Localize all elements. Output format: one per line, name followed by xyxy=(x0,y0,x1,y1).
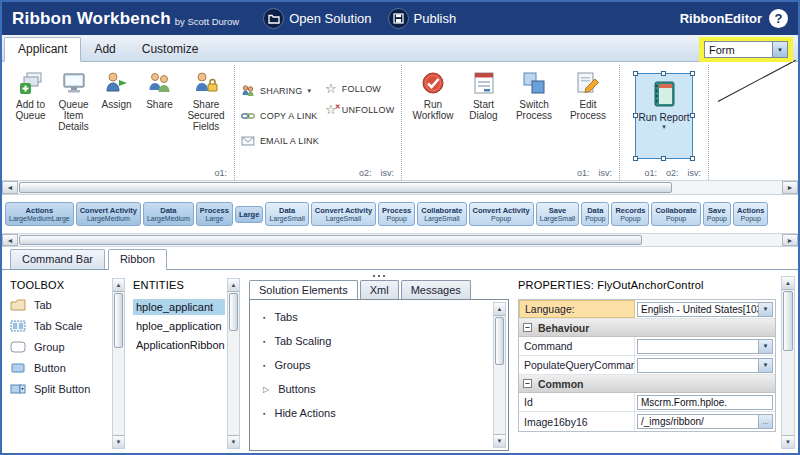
section-common[interactable]: − Common xyxy=(519,375,775,393)
open-solution-button[interactable]: Open Solution xyxy=(263,8,371,29)
ribbon-button-sharing[interactable]: SHARING ▾ xyxy=(238,82,322,100)
browse-icon[interactable]: … xyxy=(758,415,772,428)
ribbon-button-unfollow[interactable]: ☆✕ UNFOLLOW xyxy=(322,103,398,117)
scale-chip[interactable]: SaveLargeSmall xyxy=(536,202,579,226)
scrollbar-thumb[interactable] xyxy=(783,291,793,351)
ribbon-button-email-a-link[interactable]: EMAIL A LINK xyxy=(238,132,322,150)
tab-add[interactable]: Add xyxy=(81,38,128,61)
command-dropdown[interactable]: ▾ xyxy=(637,339,773,354)
solution-item-tabs[interactable]: ▪Tabs xyxy=(263,311,489,323)
scale-chip[interactable]: DataLargeSmall xyxy=(265,202,308,226)
scroll-up-icon[interactable]: ▲ xyxy=(228,279,239,292)
scale-chip[interactable]: Convert ActivityLargeSmall xyxy=(311,202,376,226)
scale-chip[interactable]: ProcessLarge xyxy=(196,202,233,226)
scale-chip[interactable]: Convert ActivityPopup xyxy=(469,202,534,226)
scale-chip[interactable]: ActionsLargeMediumLarge xyxy=(5,202,74,226)
ribbon-button-add-to-queue[interactable]: Add to Queue xyxy=(9,66,52,125)
scale-chip[interactable]: CollaborateLargeSmall xyxy=(417,202,466,226)
ribbon-button-share-secured-fields[interactable]: Share Secured Fields xyxy=(181,66,231,137)
toolbox-item-button[interactable]: Button xyxy=(10,362,110,374)
scrollbar-thumb[interactable] xyxy=(495,317,504,365)
selection-handle[interactable] xyxy=(690,156,695,161)
entity-item-hploe-applicant[interactable]: hploe_applicant xyxy=(133,299,225,315)
scroll-left-icon[interactable]: ◄ xyxy=(2,181,18,194)
splitter-grip[interactable] xyxy=(249,272,509,280)
scroll-up-icon[interactable]: ▲ xyxy=(782,277,794,290)
scroll-left-icon[interactable]: ◄ xyxy=(2,234,18,246)
toolbox-item-group[interactable]: Group xyxy=(10,341,110,353)
collapse-icon[interactable]: − xyxy=(523,323,532,332)
ribbon-button-queue-item-details[interactable]: Queue Item Details xyxy=(52,66,95,137)
scrollbar-thumb[interactable] xyxy=(114,293,123,348)
scrollbar-thumb[interactable] xyxy=(19,182,672,193)
scale-chip[interactable]: RecordsPopup xyxy=(611,202,649,226)
ribbon-button-assign[interactable]: Assign xyxy=(95,66,138,114)
scrollbar-track[interactable] xyxy=(18,181,782,194)
collapse-icon[interactable]: − xyxy=(523,379,532,388)
scale-chip[interactable]: DataPopup xyxy=(581,202,609,226)
scroll-down-icon[interactable]: ▼ xyxy=(494,434,505,447)
ribbon-button-run-workflow[interactable]: Run Workflow xyxy=(408,66,458,125)
scale-chip[interactable]: Convert ActivityLargeMedium xyxy=(76,202,141,226)
scroll-right-icon[interactable]: ► xyxy=(782,181,798,194)
tab-command-bar[interactable]: Command Bar xyxy=(10,249,105,269)
solution-item-hide-actions[interactable]: ▪Hide Actions xyxy=(263,407,489,419)
ribbon-button-copy-a-link[interactable]: COPY A LINK xyxy=(238,107,322,125)
tab-ribbon[interactable]: Ribbon xyxy=(108,249,167,270)
populatequerycommand-dropdown[interactable]: ▾ xyxy=(637,358,773,373)
selection-handle[interactable] xyxy=(633,71,638,76)
selection-handle[interactable] xyxy=(690,113,695,118)
tab-xml[interactable]: Xml xyxy=(360,280,399,299)
selection-handle[interactable] xyxy=(661,156,666,161)
chevron-down-icon[interactable]: ▾ xyxy=(758,359,772,372)
chevron-down-icon[interactable]: ▾ xyxy=(772,42,787,57)
ribbon-button-switch-process[interactable]: Switch Process xyxy=(509,66,559,125)
ribbon-button-share[interactable]: Share xyxy=(138,66,181,114)
toolbox-item-split-button[interactable]: Split Button xyxy=(10,383,110,395)
expander-icon[interactable]: ▷ xyxy=(263,385,269,394)
language-dropdown[interactable]: English - United States[103 ▾ xyxy=(637,302,773,317)
run-report-button-selected[interactable]: Run Report ▾ xyxy=(635,73,693,159)
tab-messages[interactable]: Messages xyxy=(401,280,471,299)
section-behaviour[interactable]: − Behaviour xyxy=(519,319,775,337)
scroll-down-icon[interactable]: ▼ xyxy=(782,435,794,448)
scrollbar-track[interactable] xyxy=(18,234,782,246)
chevron-down-icon[interactable]: ▾ xyxy=(758,303,772,316)
image16by16-field[interactable]: /_imgs/ribbon/… xyxy=(637,414,773,429)
scale-chip[interactable]: CollaboratePopup xyxy=(651,202,700,226)
ribbon-button-edit-process[interactable]: Edit Process xyxy=(563,66,613,125)
toolbox-item-tab[interactable]: Tab xyxy=(10,299,110,311)
publish-button[interactable]: Publish xyxy=(388,8,457,29)
scale-chip[interactable]: Large xyxy=(235,206,263,223)
entity-item-application-ribbon[interactable]: ApplicationRibbon xyxy=(133,337,225,353)
ribbon-button-start-dialog[interactable]: Start Dialog xyxy=(462,66,505,125)
solution-item-buttons[interactable]: ▷Buttons xyxy=(263,383,489,395)
chevron-down-icon[interactable]: ▾ xyxy=(758,340,772,353)
scrollbar-thumb[interactable] xyxy=(229,293,238,331)
tab-applicant[interactable]: Applicant xyxy=(4,37,81,62)
scale-chip[interactable]: ProcessPopup xyxy=(378,202,415,226)
scale-chip[interactable]: SavePopup xyxy=(703,202,731,226)
scroll-down-icon[interactable]: ▼ xyxy=(228,435,239,448)
toolbox-item-tab-scale[interactable]: Tab Scale xyxy=(10,320,110,332)
selection-handle[interactable] xyxy=(690,71,695,76)
id-field[interactable]: Mscrm.Form.hploe. xyxy=(637,395,773,410)
selection-handle[interactable] xyxy=(633,156,638,161)
help-button[interactable]: ? xyxy=(769,9,788,28)
scroll-right-icon[interactable]: ► xyxy=(782,234,798,246)
scroll-up-icon[interactable]: ▲ xyxy=(494,303,505,316)
tab-solution-elements[interactable]: Solution Elements xyxy=(249,280,358,299)
scrollbar-thumb[interactable] xyxy=(19,235,642,245)
ribbon-button-follow[interactable]: ☆ FOLLOW xyxy=(322,82,398,96)
scroll-up-icon[interactable]: ▲ xyxy=(113,279,124,292)
selection-handle[interactable] xyxy=(661,71,666,76)
solution-item-tab-scaling[interactable]: ▪Tab Scaling xyxy=(263,335,489,347)
scroll-down-icon[interactable]: ▼ xyxy=(113,435,124,448)
selection-handle[interactable] xyxy=(633,113,638,118)
scale-chip[interactable]: DataLargeMedium xyxy=(143,202,194,226)
solution-item-groups[interactable]: ▪Groups xyxy=(263,359,489,371)
form-selector[interactable]: Form ▾ xyxy=(704,41,788,58)
scale-chip[interactable]: ActionsPopup xyxy=(733,202,769,226)
tab-customize[interactable]: Customize xyxy=(129,38,212,61)
entity-item-hploe-application[interactable]: hploe_application xyxy=(133,318,225,334)
